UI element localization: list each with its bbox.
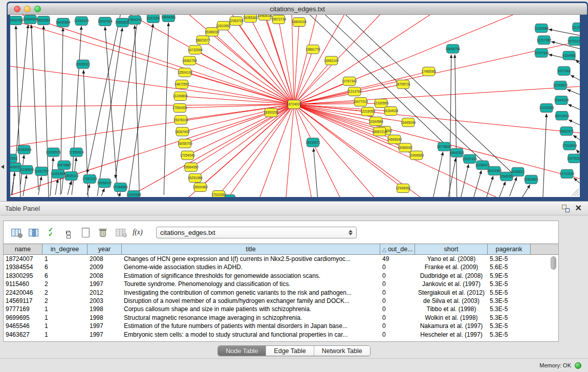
delete-table-icon[interactable]	[96, 225, 110, 239]
table-row[interactable]: 1872400712008Changes of HCN gene express…	[4, 255, 558, 263]
scrollbar-thumb[interactable]	[551, 256, 556, 270]
graph-node[interactable]: 12243124	[74, 17, 89, 26]
tab-edge-table[interactable]: Edge Table	[266, 346, 313, 356]
graph-node[interactable]: 14595943	[387, 135, 402, 144]
graph-edge[interactable]	[499, 182, 506, 197]
float-panel-icon[interactable]	[562, 205, 570, 212]
graph-edge-red[interactable]	[287, 15, 294, 104]
graph-node[interactable]: 15692971	[559, 127, 574, 136]
graph-node[interactable]: 22083728	[229, 17, 244, 26]
graph-node[interactable]: 12160593	[374, 99, 388, 107]
graph-edge[interactable]	[55, 179, 58, 195]
table-source-dropdown[interactable]: citations_edges.txt	[156, 227, 357, 238]
graph-node[interactable]: 11058475	[475, 161, 490, 169]
graph-edge[interactable]	[314, 148, 318, 197]
table-row[interactable]: 1938455462009Genome-wide association stu…	[4, 263, 558, 271]
graph-edge[interactable]	[455, 54, 457, 197]
graph-node[interactable]: 9862584	[37, 16, 50, 25]
graph-node[interactable]: 15600483	[193, 183, 208, 191]
graph-node[interactable]: 17924352	[211, 190, 226, 197]
column-header-out-de-[interactable]: △out_de...	[380, 244, 415, 254]
graph-node[interactable]: 16023463	[487, 166, 502, 175]
graph-node[interactable]: 18823377	[195, 36, 210, 45]
graph-edge[interactable]	[38, 177, 41, 195]
graph-edge[interactable]	[119, 192, 120, 197]
graph-edge[interactable]	[576, 59, 580, 63]
graph-node[interactable]: 16962756	[182, 56, 197, 65]
graph-edge[interactable]	[97, 28, 122, 196]
graph-node[interactable]: 9310563	[10, 154, 17, 163]
graph-node[interactable]: 12444134	[554, 96, 569, 104]
graph-node[interactable]: 10924501	[524, 175, 538, 184]
graph-node[interactable]: 17016504	[562, 141, 577, 150]
window-titlebar[interactable]: citations_edges.txt	[8, 3, 587, 15]
graph-edge[interactable]	[571, 75, 580, 80]
graph-edge[interactable]	[115, 15, 138, 179]
tab-node-table[interactable]: Node Table	[218, 346, 266, 356]
graph-node[interactable]: 15572734	[271, 15, 286, 24]
graph-node[interactable]: 19861779	[306, 45, 320, 54]
graph-node[interactable]: 16037424	[98, 17, 113, 26]
graph-node[interactable]: 12945062	[396, 184, 410, 192]
close-panel-icon[interactable]: ✕	[575, 203, 582, 213]
graph-node[interactable]: 17894243	[127, 16, 142, 25]
create-new-table-icon[interactable]	[78, 225, 93, 239]
graph-node[interactable]: 9329966	[562, 51, 576, 60]
graph-edge[interactable]	[68, 181, 71, 195]
graph-edge[interactable]	[543, 114, 547, 197]
graph-node[interactable]: 16477019	[353, 97, 368, 106]
graph-node[interactable]: 12216059	[360, 107, 375, 116]
graph-edge[interactable]	[87, 15, 120, 173]
graph-node[interactable]: 11249804	[173, 92, 188, 100]
graph-node[interactable]: 12504104	[178, 68, 192, 77]
graph-edge[interactable]	[448, 158, 456, 197]
graph-node[interactable]: 20206576	[46, 148, 61, 157]
graph-edge-red[interactable]	[203, 40, 294, 104]
graph-node[interactable]: 16055709	[178, 139, 192, 148]
column-header-short[interactable]: short	[415, 244, 488, 254]
global-table-settings-icon[interactable]	[9, 225, 23, 239]
graph-node[interactable]: 10937431	[462, 155, 477, 163]
graph-node[interactable]: 14732594	[188, 46, 203, 54]
graph-edge[interactable]	[474, 170, 482, 197]
graph-node[interactable]: 14992521	[449, 148, 464, 157]
graph-node[interactable]: 12940988	[126, 190, 141, 197]
graph-edge[interactable]	[568, 104, 580, 110]
graph-node[interactable]: 15751074	[568, 37, 580, 46]
graph-edge-red[interactable]	[10, 15, 294, 104]
column-header-year[interactable]: year	[88, 244, 122, 254]
graph-node[interactable]: 16961149	[324, 56, 339, 65]
column-header-in-degree[interactable]: in_degree	[42, 244, 88, 254]
graph-node[interactable]: 11451541	[51, 169, 66, 178]
table-row[interactable]: 946362711997Embryonic stem cells: a mode…	[4, 331, 558, 339]
graph-edge-red[interactable]	[278, 19, 294, 104]
network-graph[interactable]: 2069205918384564986258418430654122431241…	[10, 15, 580, 197]
graph-node[interactable]: 17254046	[180, 151, 195, 160]
graph-node[interactable]: 17957223	[82, 174, 97, 183]
graph-node[interactable]: 10784583	[113, 183, 128, 191]
graph-node[interactable]: 12159358	[539, 103, 554, 112]
graph-edge-red[interactable]	[212, 32, 294, 104]
graph-node[interactable]: 16648794	[445, 45, 460, 53]
graph-node[interactable]: 9245812	[511, 167, 525, 176]
graph-node[interactable]: 16778890	[437, 142, 451, 151]
table-row[interactable]: 969969511998Structural magnetic resonanc…	[4, 314, 558, 322]
graph-node[interactable]: 17554300	[172, 103, 187, 112]
graph-edge[interactable]	[576, 149, 580, 154]
graph-node[interactable]: 18300295	[264, 108, 278, 117]
graph-edge[interactable]	[522, 185, 530, 197]
graph-node[interactable]: 17359924	[69, 148, 84, 157]
graph-edge[interactable]	[135, 25, 139, 192]
graph-edge-red[interactable]	[266, 104, 294, 197]
graph-edge[interactable]	[31, 25, 38, 190]
graph-edge[interactable]	[346, 15, 515, 176]
graph-edge[interactable]	[11, 172, 15, 195]
graph-edge-red[interactable]	[195, 104, 294, 178]
graph-node[interactable]: 14694361	[161, 15, 176, 22]
collapsed-panel-strip[interactable]	[0, 0, 7, 201]
graph-node[interactable]: 19965036	[257, 15, 272, 20]
graph-hub-node[interactable]: 18724007	[287, 100, 301, 108]
graph-node[interactable]: 12093822	[553, 81, 568, 90]
graph-edge[interactable]	[461, 164, 469, 197]
graph-node[interactable]: 19564050	[184, 163, 199, 171]
